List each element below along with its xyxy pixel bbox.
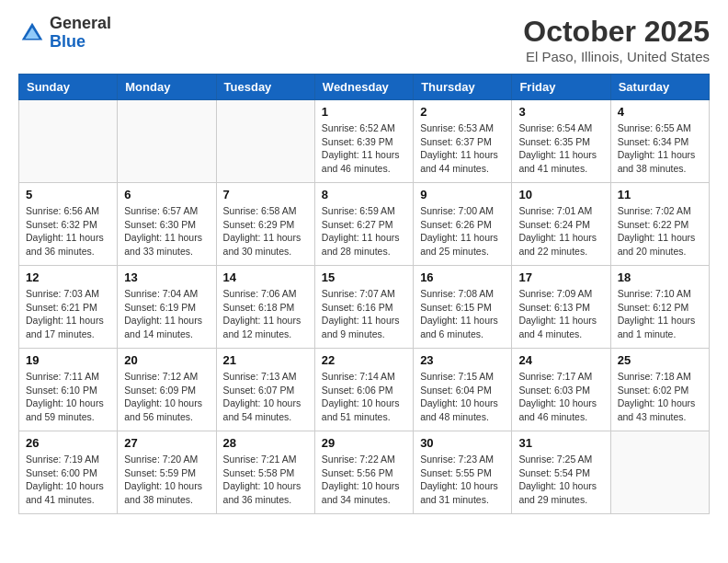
day-cell — [19, 100, 118, 183]
weekday-header-wednesday: Wednesday — [314, 75, 413, 100]
day-info: Sunrise: 7:04 AM Sunset: 6:19 PM Dayligh… — [124, 287, 209, 341]
day-info: Sunrise: 7:07 AM Sunset: 6:16 PM Dayligh… — [322, 287, 406, 341]
day-cell: 6Sunrise: 6:57 AM Sunset: 6:30 PM Daylig… — [118, 183, 216, 266]
logo-icon — [18, 19, 46, 47]
day-number: 10 — [518, 188, 603, 201]
day-number: 19 — [26, 353, 110, 367]
day-info: Sunrise: 7:12 AM Sunset: 6:09 PM Dayligh… — [124, 370, 209, 424]
day-info: Sunrise: 6:56 AM Sunset: 6:32 PM Dayligh… — [26, 204, 110, 259]
day-info: Sunrise: 7:23 AM Sunset: 5:55 PM Dayligh… — [420, 453, 505, 507]
day-cell: 25Sunrise: 7:18 AM Sunset: 6:02 PM Dayli… — [610, 349, 709, 431]
week-row-1: 1Sunrise: 6:52 AM Sunset: 6:39 PM Daylig… — [19, 100, 710, 183]
day-info: Sunrise: 7:22 AM Sunset: 5:56 PM Dayligh… — [322, 453, 406, 507]
day-number: 23 — [420, 353, 505, 367]
day-number: 7 — [223, 188, 308, 201]
day-cell: 16Sunrise: 7:08 AM Sunset: 6:15 PM Dayli… — [414, 266, 512, 349]
day-cell: 26Sunrise: 7:19 AM Sunset: 6:00 PM Dayli… — [19, 431, 118, 514]
day-info: Sunrise: 6:57 AM Sunset: 6:30 PM Dayligh… — [124, 204, 209, 259]
day-cell: 1Sunrise: 6:52 AM Sunset: 6:39 PM Daylig… — [314, 100, 413, 183]
day-info: Sunrise: 7:14 AM Sunset: 6:06 PM Dayligh… — [322, 370, 406, 424]
day-info: Sunrise: 6:54 AM Sunset: 6:35 PM Dayligh… — [518, 121, 603, 176]
day-number: 12 — [26, 270, 110, 284]
day-cell — [216, 100, 314, 183]
day-number: 25 — [618, 353, 702, 367]
day-cell: 7Sunrise: 6:58 AM Sunset: 6:29 PM Daylig… — [216, 183, 314, 266]
week-row-3: 12Sunrise: 7:03 AM Sunset: 6:21 PM Dayli… — [19, 266, 710, 349]
day-info: Sunrise: 7:25 AM Sunset: 5:54 PM Dayligh… — [518, 453, 603, 507]
day-info: Sunrise: 7:03 AM Sunset: 6:21 PM Dayligh… — [26, 287, 110, 341]
day-cell: 18Sunrise: 7:10 AM Sunset: 6:12 PM Dayli… — [610, 266, 709, 349]
day-cell — [118, 100, 216, 183]
day-info: Sunrise: 7:20 AM Sunset: 5:59 PM Dayligh… — [124, 453, 209, 507]
day-info: Sunrise: 7:08 AM Sunset: 6:15 PM Dayligh… — [420, 287, 505, 341]
day-cell: 21Sunrise: 7:13 AM Sunset: 6:07 PM Dayli… — [216, 349, 314, 431]
day-number: 15 — [322, 270, 406, 284]
weekday-header-row: SundayMondayTuesdayWednesdayThursdayFrid… — [19, 75, 710, 100]
day-cell: 5Sunrise: 6:56 AM Sunset: 6:32 PM Daylig… — [19, 183, 118, 266]
day-cell — [610, 431, 709, 514]
weekday-header-monday: Monday — [118, 75, 216, 100]
logo: General Blue — [18, 15, 111, 52]
day-cell: 15Sunrise: 7:07 AM Sunset: 6:16 PM Dayli… — [314, 266, 413, 349]
logo-general: General — [50, 15, 111, 33]
day-number: 3 — [518, 105, 603, 119]
day-number: 18 — [618, 270, 702, 284]
day-cell: 17Sunrise: 7:09 AM Sunset: 6:13 PM Dayli… — [512, 266, 610, 349]
day-cell: 31Sunrise: 7:25 AM Sunset: 5:54 PM Dayli… — [512, 431, 610, 514]
day-cell: 27Sunrise: 7:20 AM Sunset: 5:59 PM Dayli… — [118, 431, 216, 514]
day-cell: 22Sunrise: 7:14 AM Sunset: 6:06 PM Dayli… — [314, 349, 413, 431]
day-cell: 9Sunrise: 7:00 AM Sunset: 6:26 PM Daylig… — [414, 183, 512, 266]
day-number: 20 — [124, 353, 209, 367]
day-number: 16 — [420, 270, 505, 284]
day-number: 21 — [223, 353, 308, 367]
day-number: 4 — [618, 105, 702, 119]
day-info: Sunrise: 7:17 AM Sunset: 6:03 PM Dayligh… — [518, 370, 603, 424]
day-number: 5 — [26, 188, 110, 201]
day-number: 8 — [322, 188, 406, 201]
day-number: 13 — [124, 270, 209, 284]
day-cell: 23Sunrise: 7:15 AM Sunset: 6:04 PM Dayli… — [414, 349, 512, 431]
day-info: Sunrise: 6:58 AM Sunset: 6:29 PM Dayligh… — [223, 204, 308, 259]
day-number: 2 — [420, 105, 505, 119]
day-number: 6 — [124, 188, 209, 201]
day-cell: 3Sunrise: 6:54 AM Sunset: 6:35 PM Daylig… — [512, 100, 610, 183]
day-cell: 12Sunrise: 7:03 AM Sunset: 6:21 PM Dayli… — [19, 266, 118, 349]
day-cell: 4Sunrise: 6:55 AM Sunset: 6:34 PM Daylig… — [610, 100, 709, 183]
day-info: Sunrise: 6:52 AM Sunset: 6:39 PM Dayligh… — [322, 121, 406, 176]
title-block: October 2025 El Paso, Illinois, United S… — [523, 15, 710, 64]
day-cell: 20Sunrise: 7:12 AM Sunset: 6:09 PM Dayli… — [118, 349, 216, 431]
day-number: 27 — [124, 436, 209, 450]
day-info: Sunrise: 6:55 AM Sunset: 6:34 PM Dayligh… — [618, 121, 702, 176]
day-info: Sunrise: 7:02 AM Sunset: 6:22 PM Dayligh… — [618, 204, 702, 259]
day-cell: 28Sunrise: 7:21 AM Sunset: 5:58 PM Dayli… — [216, 431, 314, 514]
calendar-table: SundayMondayTuesdayWednesdayThursdayFrid… — [18, 74, 710, 514]
weekday-header-saturday: Saturday — [610, 75, 709, 100]
day-number: 30 — [420, 436, 505, 450]
day-number: 9 — [420, 188, 505, 201]
day-cell: 29Sunrise: 7:22 AM Sunset: 5:56 PM Dayli… — [314, 431, 413, 514]
day-number: 11 — [618, 188, 702, 201]
day-number: 17 — [518, 270, 603, 284]
weekday-header-sunday: Sunday — [19, 75, 118, 100]
day-cell: 24Sunrise: 7:17 AM Sunset: 6:03 PM Dayli… — [512, 349, 610, 431]
month-title: October 2025 — [523, 15, 710, 49]
logo-text: General Blue — [50, 15, 111, 52]
day-info: Sunrise: 7:00 AM Sunset: 6:26 PM Dayligh… — [420, 204, 505, 259]
day-number: 1 — [322, 105, 406, 119]
day-cell: 10Sunrise: 7:01 AM Sunset: 6:24 PM Dayli… — [512, 183, 610, 266]
weekday-header-tuesday: Tuesday — [216, 75, 314, 100]
day-cell: 30Sunrise: 7:23 AM Sunset: 5:55 PM Dayli… — [414, 431, 512, 514]
day-info: Sunrise: 7:01 AM Sunset: 6:24 PM Dayligh… — [518, 204, 603, 259]
page-header: General Blue October 2025 El Paso, Illin… — [18, 15, 710, 64]
day-cell: 8Sunrise: 6:59 AM Sunset: 6:27 PM Daylig… — [314, 183, 413, 266]
day-number: 28 — [223, 436, 308, 450]
day-number: 24 — [518, 353, 603, 367]
day-cell: 2Sunrise: 6:53 AM Sunset: 6:37 PM Daylig… — [414, 100, 512, 183]
location: El Paso, Illinois, United States — [523, 49, 710, 64]
day-info: Sunrise: 7:09 AM Sunset: 6:13 PM Dayligh… — [518, 287, 603, 341]
logo-blue: Blue — [50, 33, 111, 52]
day-info: Sunrise: 6:53 AM Sunset: 6:37 PM Dayligh… — [420, 121, 505, 176]
day-info: Sunrise: 7:10 AM Sunset: 6:12 PM Dayligh… — [618, 287, 702, 341]
day-cell: 19Sunrise: 7:11 AM Sunset: 6:10 PM Dayli… — [19, 349, 118, 431]
day-info: Sunrise: 7:15 AM Sunset: 6:04 PM Dayligh… — [420, 370, 505, 424]
